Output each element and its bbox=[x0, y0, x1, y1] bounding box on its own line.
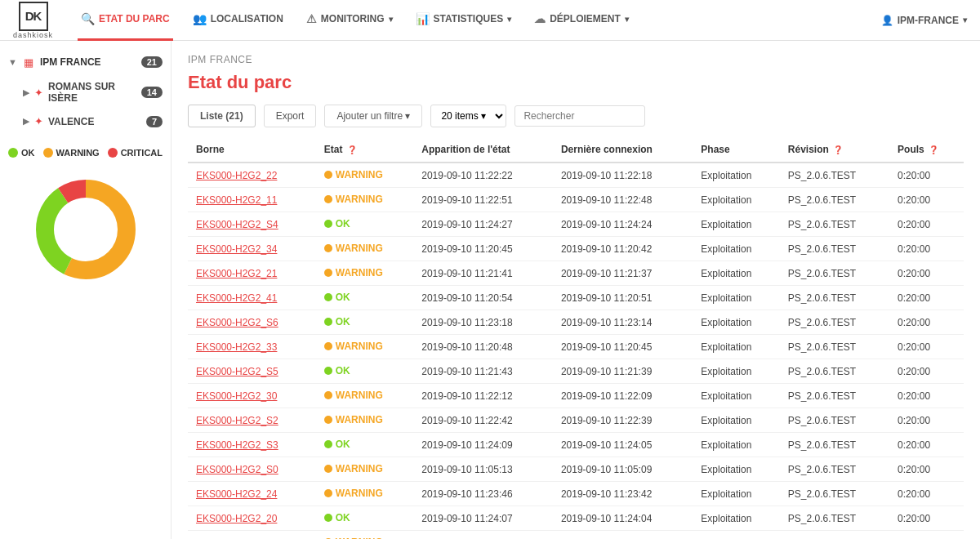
cell-pouls: 0:20:00 bbox=[889, 408, 964, 433]
col-revision[interactable]: Révision ❓ bbox=[780, 137, 889, 163]
col-borne[interactable]: Borne bbox=[188, 137, 316, 163]
sidebar-ipm-label: IPM FRANCE bbox=[40, 56, 136, 68]
table-row: EKS000-H2G2_34 WARNING 2019-09-10 11:20:… bbox=[188, 237, 964, 261]
cell-pouls: 0:20:00 bbox=[889, 310, 964, 335]
cell-borne: EKS000-H2G2_33 bbox=[188, 335, 316, 359]
table-row: EKS000-H2G2_21 WARNING 2019-09-10 11:21:… bbox=[188, 261, 964, 286]
search-input[interactable] bbox=[514, 105, 645, 127]
cell-etat: WARNING bbox=[316, 237, 413, 261]
add-filter-button[interactable]: Ajouter un filtre ▾ bbox=[324, 105, 422, 127]
cell-phase: Exploitation bbox=[693, 433, 780, 457]
status-dot bbox=[324, 318, 332, 326]
nav-localisation[interactable]: 👥 LOCALISATION bbox=[189, 0, 287, 41]
tab-liste[interactable]: Liste (21) bbox=[188, 105, 256, 127]
borne-link[interactable]: EKS000-H2G2_34 bbox=[196, 243, 277, 255]
status-dot bbox=[324, 514, 332, 522]
nav-statistiques[interactable]: 📊 STATISTIQUES ▾ bbox=[412, 0, 515, 41]
sidebar-valence-label: VALENCE bbox=[48, 116, 141, 127]
cell-apparition: 2019-09-10 11:20:54 bbox=[413, 286, 553, 310]
info-icon-revision: ❓ bbox=[833, 145, 843, 154]
nav-user[interactable]: 👤 IPM-FRANCE ▾ bbox=[881, 15, 967, 26]
borne-link[interactable]: EKS000-H2G2_11 bbox=[196, 194, 277, 206]
grid-icon: ▦ bbox=[22, 56, 35, 69]
main-content: IPM FRANCE Etat du parc Liste (21) Expor… bbox=[172, 41, 980, 539]
sidebar-item-ipm-france[interactable]: ▼ ▦ IPM FRANCE 21 bbox=[0, 49, 171, 75]
col-apparition[interactable]: Apparition de l'état bbox=[413, 137, 553, 163]
status-dot bbox=[324, 440, 332, 448]
data-table: Borne Etat ❓ Apparition de l'état Derniè… bbox=[188, 137, 964, 539]
col-connexion[interactable]: Dernière connexion bbox=[553, 137, 693, 163]
sidebar-ipm-badge: 21 bbox=[141, 56, 163, 68]
borne-link[interactable]: EKS000-H2G2_S5 bbox=[196, 366, 278, 377]
cell-etat: OK bbox=[316, 433, 413, 457]
cell-apparition: 2019-09-10 11:24:09 bbox=[413, 433, 553, 457]
cell-revision: PS_2.0.6.TEST bbox=[780, 408, 889, 433]
cell-apparition: 2019-09-10 11:21:41 bbox=[413, 261, 553, 286]
cell-revision: PS_2.0.6.TEST bbox=[780, 433, 889, 457]
status-badge: OK bbox=[324, 218, 350, 229]
nav-deploiement[interactable]: ☁ DÉPLOIEMENT ▾ bbox=[531, 0, 632, 41]
borne-link[interactable]: EKS000-H2G2_24 bbox=[196, 488, 277, 500]
borne-link[interactable]: EKS000-H2G2_S2 bbox=[196, 415, 278, 426]
cell-revision: PS_2.0.6.TEST bbox=[780, 286, 889, 310]
breadcrumb: IPM FRANCE bbox=[188, 54, 964, 65]
cell-pouls: 0:20:00 bbox=[889, 482, 964, 506]
cell-apparition: 2019-09-10 11:21:43 bbox=[413, 359, 553, 384]
sidebar-item-romans[interactable]: ▶ ✦ ROMANS SUR ISÈRE 14 bbox=[0, 75, 171, 109]
table-header: Borne Etat ❓ Apparition de l'état Derniè… bbox=[188, 137, 964, 163]
cell-revision: PS_2.0.6.TEST bbox=[780, 310, 889, 335]
borne-link[interactable]: EKS000-H2G2_22 bbox=[196, 170, 277, 181]
col-pouls[interactable]: Pouls ❓ bbox=[889, 137, 964, 163]
borne-link[interactable]: EKS000-H2G2_S4 bbox=[196, 219, 278, 230]
navbar: DK dashkiosk 🔍 ETAT DU PARC 👥 LOCALISATI… bbox=[0, 0, 980, 41]
col-phase[interactable]: Phase bbox=[693, 137, 780, 163]
borne-link[interactable]: EKS000-H2G2_30 bbox=[196, 390, 277, 402]
status-badge: WARNING bbox=[324, 390, 383, 401]
sidebar: ▼ ▦ IPM FRANCE 21 ▶ ✦ ROMANS SUR ISÈRE 1… bbox=[0, 41, 172, 539]
borne-link[interactable]: EKS000-H2G2_S3 bbox=[196, 439, 278, 451]
borne-link[interactable]: EKS000-H2G2_S6 bbox=[196, 317, 278, 328]
col-etat[interactable]: Etat ❓ bbox=[316, 137, 413, 163]
status-dot bbox=[324, 171, 332, 179]
nav-etat-du-parc[interactable]: 🔍 ETAT DU PARC bbox=[78, 0, 173, 41]
table-row: EKS000-H2G2_S1 WARNING 2019-09-10 11:21:… bbox=[188, 531, 964, 540]
logo[interactable]: DK dashkiosk bbox=[13, 2, 53, 39]
table-row: EKS000-H2G2_S4 OK 2019-09-10 11:24:27 20… bbox=[188, 212, 964, 237]
table-row: EKS000-H2G2_24 WARNING 2019-09-10 11:23:… bbox=[188, 482, 964, 506]
cell-apparition: 2019-09-10 11:05:13 bbox=[413, 457, 553, 482]
cell-pouls: 0:20:00 bbox=[889, 188, 964, 212]
nav-monitoring-label: MONITORING bbox=[321, 13, 385, 24]
cell-etat: OK bbox=[316, 506, 413, 531]
legend-warning-label: WARNING bbox=[56, 148, 100, 158]
cell-pouls: 0:20:00 bbox=[889, 261, 964, 286]
nav-monitoring[interactable]: ⚠ MONITORING ▾ bbox=[303, 0, 396, 41]
info-icon-etat: ❓ bbox=[347, 145, 357, 154]
borne-link[interactable]: EKS000-H2G2_S0 bbox=[196, 464, 278, 475]
sidebar-item-valence[interactable]: ▶ ✦ VALENCE 7 bbox=[0, 109, 171, 133]
status-dot bbox=[324, 465, 332, 473]
cell-borne: EKS000-H2G2_S3 bbox=[188, 433, 316, 457]
cell-etat: WARNING bbox=[316, 531, 413, 540]
table-row: EKS000-H2G2_S0 WARNING 2019-09-10 11:05:… bbox=[188, 457, 964, 482]
cell-phase: Exploitation bbox=[693, 188, 780, 212]
borne-link[interactable]: EKS000-H2G2_41 bbox=[196, 292, 277, 304]
cell-borne: EKS000-H2G2_20 bbox=[188, 506, 316, 531]
ok-dot bbox=[8, 148, 18, 158]
cell-pouls: 0:20:00 bbox=[889, 531, 964, 540]
items-per-page-select[interactable]: 20 items ▾ bbox=[430, 105, 506, 127]
status-badge: WARNING bbox=[324, 414, 383, 425]
cell-apparition: 2019-09-10 11:23:18 bbox=[413, 310, 553, 335]
export-button[interactable]: Export bbox=[264, 105, 317, 127]
cell-connexion: 2019-09-10 11:05:09 bbox=[553, 457, 693, 482]
share-icon: ✦ bbox=[34, 87, 43, 99]
cell-connexion: 2019-09-10 11:22:39 bbox=[553, 408, 693, 433]
table-row: EKS000-H2G2_S5 OK 2019-09-10 11:21:43 20… bbox=[188, 359, 964, 384]
cell-connexion: 2019-09-10 11:23:14 bbox=[553, 310, 693, 335]
cell-etat: OK bbox=[316, 359, 413, 384]
status-dot bbox=[324, 195, 332, 203]
cell-pouls: 0:20:00 bbox=[889, 335, 964, 359]
borne-link[interactable]: EKS000-H2G2_33 bbox=[196, 341, 277, 353]
borne-link[interactable]: EKS000-H2G2_20 bbox=[196, 513, 277, 524]
borne-link[interactable]: EKS000-H2G2_21 bbox=[196, 268, 277, 279]
share-icon2: ✦ bbox=[34, 115, 43, 127]
